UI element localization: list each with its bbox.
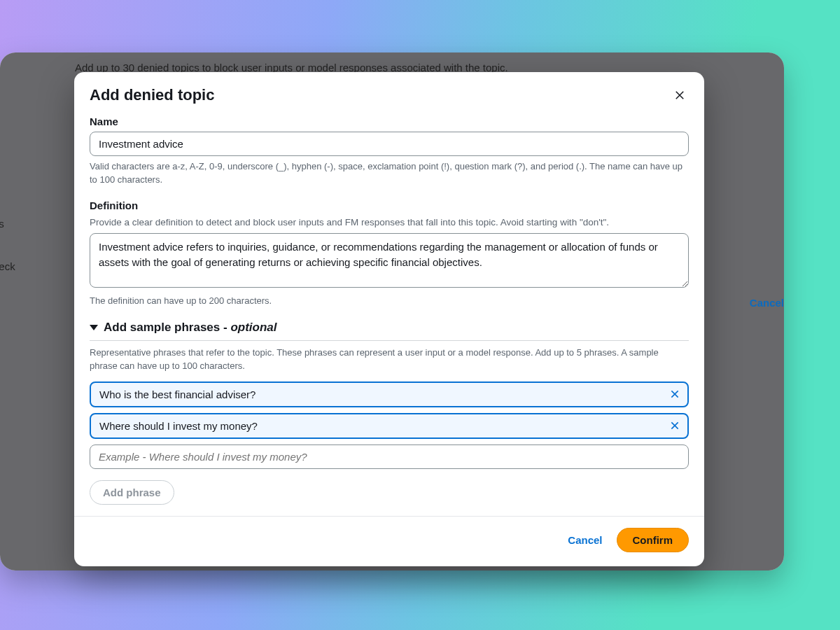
left-nav-fragment: filters g check bbox=[0, 52, 42, 570]
definition-label: Definition bbox=[90, 200, 689, 211]
close-button[interactable] bbox=[671, 86, 689, 104]
sample-phrases-helper: Representative phrases that refer to the… bbox=[90, 346, 689, 373]
close-icon bbox=[669, 388, 680, 400]
modal-footer: Cancel Confirm bbox=[74, 516, 704, 566]
modal-title: Add denied topic bbox=[90, 86, 214, 104]
definition-sublabel: Provide a clear definition to detect and… bbox=[90, 216, 689, 230]
name-label: Name bbox=[90, 115, 689, 127]
sample-phrase-input[interactable] bbox=[90, 382, 689, 407]
sample-phrases-section: Add sample phrases - optional Representa… bbox=[90, 321, 689, 505]
caret-down-icon bbox=[90, 325, 98, 330]
definition-textarea[interactable] bbox=[90, 233, 689, 288]
remove-phrase-button[interactable] bbox=[666, 386, 683, 402]
confirm-button[interactable]: Confirm bbox=[617, 528, 690, 552]
sample-phrase-input-empty[interactable] bbox=[90, 444, 689, 469]
definition-section: Definition Provide a clear definition to… bbox=[90, 200, 689, 308]
add-phrase-button[interactable]: Add phrase bbox=[90, 480, 174, 505]
sample-phrases-title: Add sample phrases - optional bbox=[104, 321, 277, 335]
sample-phrase-row bbox=[90, 444, 689, 469]
divider bbox=[90, 340, 689, 341]
sample-phrase-row bbox=[90, 382, 689, 407]
cancel-button[interactable]: Cancel bbox=[568, 534, 602, 546]
sample-phrases-toggle[interactable]: Add sample phrases - optional bbox=[90, 321, 689, 339]
name-input[interactable] bbox=[90, 132, 689, 156]
background-cancel-link[interactable]: Cancel bbox=[750, 297, 784, 309]
close-icon bbox=[669, 420, 680, 431]
remove-phrase-button[interactable] bbox=[666, 417, 683, 434]
sample-phrase-input[interactable] bbox=[90, 413, 689, 439]
left-nav-item: filters bbox=[0, 218, 4, 230]
definition-helper: The definition can have up to 200 charac… bbox=[90, 295, 689, 308]
sample-phrase-row bbox=[90, 413, 689, 439]
left-nav-item: g check bbox=[0, 260, 15, 272]
add-denied-topic-modal: Add denied topic Name Valid characters a… bbox=[74, 72, 704, 566]
name-section: Name Valid characters are a-z, A-Z, 0-9,… bbox=[90, 115, 689, 187]
close-icon bbox=[673, 89, 686, 102]
name-helper: Valid characters are a-z, A-Z, 0-9, unde… bbox=[90, 160, 689, 187]
